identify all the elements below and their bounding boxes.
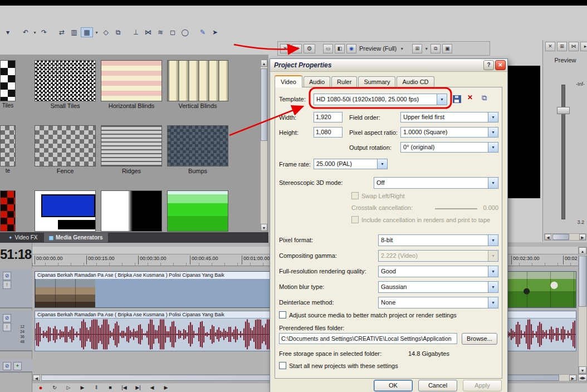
- generator-tile-row3-2[interactable]: [101, 190, 162, 232]
- template-combo[interactable]: HD 1080-50i (1920x1080, 25.000 fps)▼: [314, 94, 447, 105]
- generator-tile-row3-partial[interactable]: [0, 190, 16, 232]
- preview-quality-label[interactable]: Preview (Full): [358, 45, 398, 52]
- overlay-chevron-icon[interactable]: ▾: [424, 46, 429, 51]
- frame-rate-combo[interactable]: 25.000 (PAL)▼: [314, 159, 388, 169]
- edit-tool-icon[interactable]: ➤: [209, 27, 221, 37]
- solo-icon[interactable]: !: [3, 323, 11, 331]
- motion-blur-combo[interactable]: Gaussian▼: [378, 281, 498, 293]
- copy-snapshot-icon[interactable]: ⧉: [431, 44, 441, 53]
- generator-tile-vertical-blinds[interactable]: Vertical Blinds: [167, 60, 228, 109]
- solo-icon[interactable]: !: [3, 281, 11, 289]
- chevron-down-icon[interactable]: ▼: [377, 159, 387, 169]
- scroll-left-icon[interactable]: ◀: [33, 375, 40, 381]
- layout-chevron-icon[interactable]: ▾: [94, 30, 99, 35]
- generator-tile-tiles-partial[interactable]: Tiles: [0, 60, 16, 109]
- loop-playback-button[interactable]: ↻: [49, 384, 60, 391]
- delete-template-icon[interactable]: ✕: [467, 94, 473, 101]
- chevron-down-icon[interactable]: ▼: [488, 128, 498, 137]
- generator-tile-fence[interactable]: Fence: [35, 125, 96, 174]
- field-order-combo[interactable]: Upper field first▼: [400, 112, 498, 122]
- chevron-down-icon[interactable]: ▼: [488, 112, 498, 122]
- help-button[interactable]: ?: [483, 60, 494, 70]
- scrollbar-thumb[interactable]: [579, 256, 586, 307]
- scroll-down-icon[interactable]: ▼: [579, 366, 586, 374]
- chevron-down-icon[interactable]: ▼: [488, 266, 498, 277]
- mute-icon[interactable]: ⊘: [3, 314, 11, 322]
- close-icon[interactable]: ✕: [280, 44, 290, 53]
- mute-icon[interactable]: ⊘: [3, 362, 11, 370]
- generator-tile-row3-1[interactable]: [35, 190, 96, 232]
- next-frame-button[interactable]: ▶: [160, 384, 172, 391]
- pixel-format-combo[interactable]: 8-bit▼: [378, 234, 498, 246]
- video-track-header[interactable]: ⊘ !: [0, 268, 32, 308]
- fit-icon[interactable]: ⋈: [569, 42, 579, 51]
- save-template-icon[interactable]: [453, 95, 461, 103]
- cancel-button[interactable]: Cancel: [418, 380, 457, 391]
- save-snapshot-icon[interactable]: ▣: [442, 44, 452, 53]
- zoom-corner-buttons[interactable]: ◀▶: [578, 374, 587, 381]
- generator-tile-row2-partial[interactable]: te: [0, 125, 16, 174]
- scroll-up-icon[interactable]: ▲: [261, 60, 267, 67]
- timeline-vertical-scrollbar[interactable]: ▲ ▼: [578, 247, 587, 374]
- options-chevron-icon[interactable]: ▾: [2, 27, 13, 37]
- loop-region-icon[interactable]: ◉: [346, 44, 356, 53]
- mixer-scrollbar[interactable]: ◀ ▶: [544, 233, 586, 241]
- tab-video[interactable]: Video: [275, 75, 302, 87]
- prev-frame-button[interactable]: ◀: [146, 384, 158, 391]
- adjust-source-checkbox[interactable]: [279, 311, 286, 318]
- ok-button[interactable]: OK: [374, 380, 413, 391]
- browse-button[interactable]: Browse...: [462, 333, 497, 345]
- rendering-quality-combo[interactable]: Good▼: [378, 266, 498, 277]
- undo-chevron-icon[interactable]: ▾: [32, 30, 37, 35]
- play-button[interactable]: ▶: [77, 384, 88, 391]
- tab-video-fx[interactable]: ✦ Video FX: [3, 233, 43, 242]
- scroll-right-icon[interactable]: ▶: [579, 234, 586, 240]
- scrollbar-thumb[interactable]: [261, 68, 267, 141]
- scroll-down-icon[interactable]: ▼: [261, 224, 267, 231]
- generator-tile-row3-3[interactable]: [167, 190, 228, 232]
- deinterlace-combo[interactable]: None▼: [378, 297, 498, 308]
- auto-crossfade-icon[interactable]: ⋈: [143, 27, 154, 37]
- mixer-window-icon[interactable]: ▥: [69, 27, 80, 37]
- sync-cursor-icon[interactable]: ⇄: [56, 27, 67, 37]
- quality-chevron-icon[interactable]: ▾: [399, 46, 404, 51]
- scroll-left-icon[interactable]: ◀: [545, 234, 551, 240]
- external-monitor-icon[interactable]: ▭: [323, 44, 333, 53]
- project-video-properties-icon[interactable]: ⚙: [304, 44, 315, 53]
- snapping-icon[interactable]: ⊥: [130, 27, 141, 37]
- go-to-end-button[interactable]: ▶|: [133, 384, 144, 391]
- dialog-title-bar[interactable]: Project Properties ? ✕: [270, 59, 507, 72]
- chevron-down-icon[interactable]: ▼: [488, 297, 498, 308]
- stop-button[interactable]: ■: [105, 384, 116, 391]
- ignore-grouping-icon[interactable]: ◯: [179, 27, 190, 37]
- fader-handle[interactable]: [557, 107, 570, 114]
- generator-tile-ridges[interactable]: Ridges: [101, 125, 162, 174]
- auto-ripple-icon[interactable]: ≋: [155, 27, 166, 37]
- bus-track-header[interactable]: ⊘ +: [0, 359, 32, 373]
- grid-overlay-icon[interactable]: ⊞: [412, 44, 422, 53]
- chevron-down-icon[interactable]: ▼: [488, 235, 498, 246]
- generator-tile-horizontal-blinds[interactable]: Horizontal Blinds: [101, 60, 162, 109]
- add-track-icon[interactable]: +: [13, 362, 22, 370]
- undo-icon[interactable]: ↶: [20, 27, 31, 37]
- record-button[interactable]: ●: [35, 384, 46, 391]
- close-button[interactable]: ✕: [495, 60, 506, 70]
- chevron-down-icon[interactable]: ▼: [488, 143, 498, 152]
- collapse-icon[interactable]: ▸: [580, 42, 587, 51]
- width-input[interactable]: 1,920: [314, 112, 343, 122]
- pan-crop-icon[interactable]: ◇: [100, 27, 111, 37]
- chevron-down-icon[interactable]: ▼: [488, 282, 498, 292]
- prerendered-folder-input[interactable]: C:\Documents and Settings\CREATIVE\Local…: [279, 333, 457, 344]
- start-all-checkbox[interactable]: [279, 362, 286, 369]
- tab-media-generators[interactable]: ▦ Media Generators: [44, 233, 108, 242]
- redo-icon[interactable]: ↷: [38, 27, 50, 37]
- audio-track-header[interactable]: ⊘ ! 12 24 36 48: [0, 311, 32, 351]
- scroll-right-icon[interactable]: ▶: [569, 375, 576, 381]
- split-screen-icon[interactable]: ◧: [335, 44, 345, 53]
- close-icon[interactable]: ✕: [292, 44, 302, 53]
- chevron-down-icon[interactable]: ▼: [488, 178, 498, 188]
- chevron-down-icon[interactable]: ▼: [437, 94, 447, 105]
- scroll-up-icon[interactable]: ▲: [579, 247, 586, 254]
- generator-tile-small-tiles[interactable]: Small Tiles: [35, 60, 96, 109]
- height-input[interactable]: 1,080: [314, 127, 343, 138]
